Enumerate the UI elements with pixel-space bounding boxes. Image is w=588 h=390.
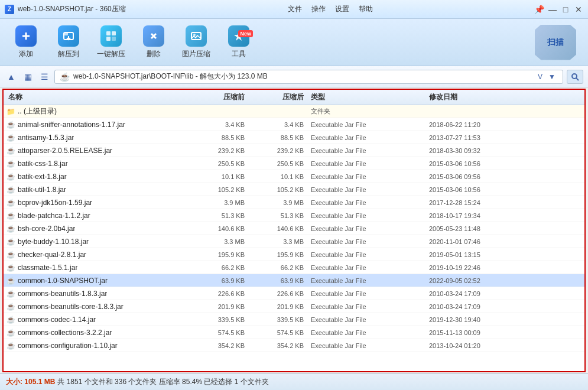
file-icon: ☕ [6, 302, 15, 311]
menu-help[interactable]: 帮助 [359, 4, 373, 14]
table-row[interactable]: ☕ bsh-core-2.0b4.jar 140.6 KB 140.6 KB E… [4, 222, 584, 235]
window-title: web-1.0-SNAPSHOT.jar - 360压缩 [18, 4, 126, 14]
path-dropdown: V ▼ [535, 73, 558, 81]
tools-button[interactable]: New 工具 [220, 22, 258, 63]
file-name-cell: ☕ classmate-1.5.1.jar [4, 263, 193, 272]
table-row[interactable]: ☕ common-1.0-SNAPSHOT.jar 63.9 KB 63.9 K… [4, 274, 584, 287]
file-type: Executable Jar File [311, 121, 429, 128]
table-row[interactable]: ☕ attoparser-2.0.5.RELEASE.jar 239.2 KB … [4, 144, 584, 157]
file-size-before: 105.2 KB [193, 186, 252, 193]
status-stats: 共 1851 个文件和 336 个文件夹 压缩率 85.4% 已经选择 1 个文… [57, 377, 268, 387]
table-row[interactable]: ☕ bcprov-jdk15on-1.59.jar 3.9 MB 3.9 MB … [4, 196, 584, 209]
path-dropdown-v[interactable]: V [535, 73, 545, 81]
table-row[interactable]: ☕ batik-css-1.8.jar 250.5 KB 250.5 KB Ex… [4, 157, 584, 170]
file-name-cell: ☕ checker-qual-2.8.1.jar [4, 250, 193, 259]
table-row[interactable]: ☕ antisamy-1.5.3.jar 88.5 KB 88.5 KB Exe… [4, 131, 584, 144]
file-size-after: 226.6 KB [252, 290, 311, 297]
menu-bar: 文件 操作 设置 帮助 [288, 4, 373, 14]
file-size-after: 339.5 KB [252, 316, 311, 323]
file-name-cell: ☕ batik-util-1.8.jar [4, 185, 193, 194]
file-name: batik-ext-1.8.jar [18, 173, 67, 181]
file-size-after: 3.9 MB [252, 199, 311, 206]
file-type: Executable Jar File [311, 303, 429, 310]
file-size-before: 88.5 KB [193, 134, 252, 141]
extract-button[interactable]: 解压到 [50, 22, 87, 63]
nav-list-button[interactable]: ☰ [38, 70, 51, 83]
path-dropdown-arrow[interactable]: ▼ [546, 73, 558, 81]
tools-label: 工具 [232, 49, 246, 59]
path-icon: ☕ [60, 72, 70, 82]
table-row[interactable]: ☕ animal-sniffer-annotations-1.17.jar 3.… [4, 118, 584, 131]
close-button[interactable]: ✕ [574, 5, 583, 14]
app-icon: Z [5, 5, 14, 14]
file-type: Executable Jar File [311, 147, 429, 154]
scan-label: 扫描 [547, 37, 564, 48]
file-icon: 📁 [6, 107, 15, 116]
menu-settings[interactable]: 设置 [335, 4, 349, 14]
table-row[interactable]: ☕ commons-beanutils-core-1.8.3.jar 201.9… [4, 300, 584, 313]
minimize-button[interactable]: — [548, 5, 557, 14]
delete-button[interactable]: 删除 [135, 22, 173, 63]
search-button[interactable] [567, 70, 583, 84]
header-name[interactable]: 名称 [4, 92, 193, 102]
svg-rect-5 [106, 31, 111, 35]
file-type: Executable Jar File [311, 238, 429, 245]
path-text: web-1.0-SNAPSHOT.jar\BOOT-INF\lib - 解包大小… [73, 72, 268, 82]
scan-button[interactable]: 扫描 [535, 25, 576, 60]
table-row[interactable]: ☕ commons-codec-1.14.jar 339.5 KB 339.5 … [4, 313, 584, 326]
table-row[interactable]: 📁 .. (上级目录) 文件夹 [4, 105, 584, 118]
table-row[interactable]: ☕ commons-configuration-1.10.jar 354.2 K… [4, 339, 584, 352]
file-type: Executable Jar File [311, 186, 429, 193]
table-row[interactable]: ☕ checker-qual-2.8.1.jar 195.9 KB 195.9 … [4, 248, 584, 261]
table-row[interactable]: ☕ byte-buddy-1.10.18.jar 3.3 MB 3.3 MB E… [4, 235, 584, 248]
nav-grid-button[interactable]: ▦ [21, 70, 34, 83]
table-row[interactable]: ☕ batik-util-1.8.jar 105.2 KB 105.2 KB E… [4, 183, 584, 196]
file-date: 2005-05-23 11:48 [429, 225, 524, 232]
svg-line-15 [576, 78, 579, 80]
file-size-before: 3.9 MB [193, 199, 252, 206]
pin-button[interactable]: 📌 [535, 5, 544, 14]
maximize-button[interactable]: □ [561, 5, 570, 14]
imgcompress-label: 图片压缩 [182, 49, 210, 59]
header-size-after[interactable]: 压缩后 [252, 92, 311, 102]
onekey-button[interactable]: 一键解压 [92, 22, 130, 63]
onekey-icon [100, 25, 122, 47]
file-name: byte-buddy-1.10.18.jar [18, 238, 89, 246]
menu-file[interactable]: 文件 [288, 4, 302, 14]
file-size-before: 140.6 KB [193, 225, 252, 232]
file-name-cell: ☕ byte-buddy-1.10.18.jar [4, 237, 193, 246]
toolbar: 添加 解压到 一键解压 删除 图片压缩 New 工具 扫描 [0, 19, 588, 66]
nav-up-button[interactable]: ▲ [5, 70, 18, 83]
file-icon: ☕ [6, 211, 15, 220]
file-icon: ☕ [6, 224, 15, 233]
file-size-before: 226.6 KB [193, 290, 252, 297]
file-size-after: 3.4 KB [252, 121, 311, 128]
file-name: blade-patchca-1.1.2.jar [18, 212, 90, 220]
file-icon: ☕ [6, 237, 15, 246]
file-type: Executable Jar File [311, 251, 429, 258]
table-row[interactable]: ☕ commons-collections-3.2.2.jar 574.5 KB… [4, 326, 584, 339]
new-badge: New [238, 30, 253, 37]
tools-icon: New [228, 25, 249, 47]
file-list-container: 名称 压缩前 压缩后 类型 修改日期 📁 .. (上级目录) 文件夹 ☕ ani… [2, 89, 586, 372]
file-icon: ☕ [6, 146, 15, 155]
file-name-cell: ☕ batik-css-1.8.jar [4, 159, 193, 168]
file-name: .. (上级目录) [18, 106, 57, 116]
header-size-before[interactable]: 压缩前 [193, 92, 252, 102]
file-name: animal-sniffer-annotations-1.17.jar [18, 121, 125, 129]
file-icon: ☕ [6, 276, 15, 285]
add-button[interactable]: 添加 [7, 22, 45, 63]
file-icon: ☕ [6, 198, 15, 207]
table-row[interactable]: ☕ commons-beanutils-1.8.3.jar 226.6 KB 2… [4, 287, 584, 300]
table-row[interactable]: ☕ blade-patchca-1.1.2.jar 51.3 KB 51.3 K… [4, 209, 584, 222]
header-type[interactable]: 类型 [311, 92, 429, 102]
file-size-before: 250.5 KB [193, 160, 252, 167]
extract-label: 解压到 [58, 49, 79, 59]
imgcompress-button[interactable]: 图片压缩 [177, 22, 215, 63]
file-type: Executable Jar File [311, 316, 429, 323]
table-row[interactable]: ☕ batik-ext-1.8.jar 10.1 KB 10.1 KB Exec… [4, 170, 584, 183]
header-date[interactable]: 修改日期 [429, 92, 524, 102]
menu-operation[interactable]: 操作 [311, 4, 326, 14]
file-type: Executable Jar File [311, 134, 429, 141]
table-row[interactable]: ☕ classmate-1.5.1.jar 66.2 KB 66.2 KB Ex… [4, 261, 584, 274]
